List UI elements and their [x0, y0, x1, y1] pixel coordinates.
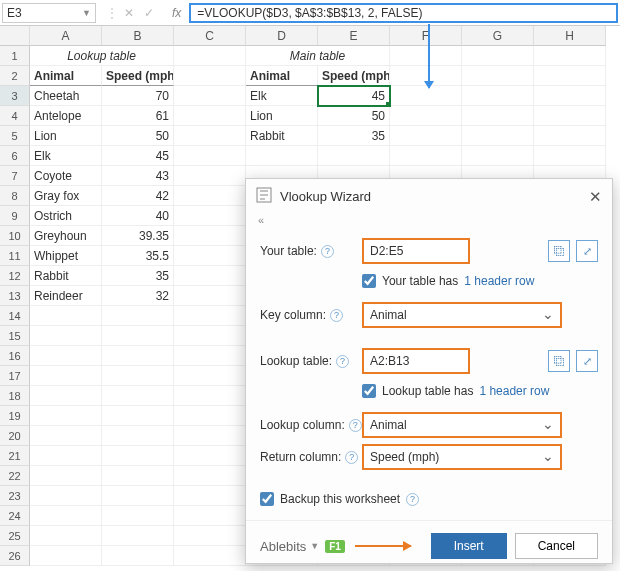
cell[interactable]: 35.5: [102, 246, 174, 266]
insert-button[interactable]: Insert: [431, 533, 507, 559]
select-range-icon[interactable]: ⿻: [548, 240, 570, 262]
cell[interactable]: [30, 506, 102, 526]
cell[interactable]: Greyhoun: [30, 226, 102, 246]
cell[interactable]: Elk: [30, 146, 102, 166]
cell[interactable]: [102, 506, 174, 526]
cell[interactable]: [102, 326, 174, 346]
cell[interactable]: [174, 446, 246, 466]
cell[interactable]: [174, 366, 246, 386]
cell[interactable]: [102, 346, 174, 366]
cell[interactable]: Rabbit: [246, 126, 318, 146]
row-header[interactable]: 19: [0, 406, 30, 426]
checkbox[interactable]: [260, 492, 274, 506]
row-header[interactable]: 20: [0, 426, 30, 446]
cell[interactable]: [174, 466, 246, 486]
cell[interactable]: [462, 146, 534, 166]
cell[interactable]: Speed (mph): [102, 66, 174, 86]
col-header[interactable]: E: [318, 26, 390, 46]
help-icon[interactable]: ?: [330, 309, 343, 322]
cell[interactable]: [390, 126, 462, 146]
cell[interactable]: Lion: [30, 126, 102, 146]
row-header[interactable]: 7: [0, 166, 30, 186]
row-header[interactable]: 16: [0, 346, 30, 366]
cell[interactable]: [102, 526, 174, 546]
brand-label[interactable]: Ablebits ▼: [260, 539, 319, 554]
col-header[interactable]: B: [102, 26, 174, 46]
cell[interactable]: Animal: [246, 66, 318, 86]
cell[interactable]: 42: [102, 186, 174, 206]
cell[interactable]: 32: [102, 286, 174, 306]
cell[interactable]: Gray fox: [30, 186, 102, 206]
cell[interactable]: [30, 486, 102, 506]
cell[interactable]: [462, 66, 534, 86]
select-range-icon[interactable]: ⿻: [548, 350, 570, 372]
row-header[interactable]: 1: [0, 46, 30, 66]
row-header[interactable]: 2: [0, 66, 30, 86]
cell[interactable]: [174, 526, 246, 546]
cell[interactable]: [30, 546, 102, 566]
cell[interactable]: [534, 46, 606, 66]
cell[interactable]: [30, 366, 102, 386]
row-header[interactable]: 23: [0, 486, 30, 506]
cell[interactable]: [174, 386, 246, 406]
cell[interactable]: [174, 426, 246, 446]
row-header[interactable]: 24: [0, 506, 30, 526]
cell[interactable]: Animal: [30, 66, 102, 86]
cell[interactable]: [174, 226, 246, 246]
cell[interactable]: [174, 166, 246, 186]
cell[interactable]: [390, 46, 462, 66]
cell[interactable]: 43: [102, 166, 174, 186]
cell[interactable]: [30, 326, 102, 346]
col-header[interactable]: D: [246, 26, 318, 46]
row-header[interactable]: 18: [0, 386, 30, 406]
cell[interactable]: [174, 346, 246, 366]
cell[interactable]: Coyote: [30, 166, 102, 186]
cell[interactable]: [30, 406, 102, 426]
lookup-table-input[interactable]: A2:B13: [362, 348, 470, 374]
chevron-down-icon[interactable]: ▼: [82, 8, 91, 18]
row-header[interactable]: 22: [0, 466, 30, 486]
col-header[interactable]: C: [174, 26, 246, 46]
cell[interactable]: 61: [102, 106, 174, 126]
cell[interactable]: [174, 106, 246, 126]
help-icon[interactable]: ?: [336, 355, 349, 368]
cell[interactable]: [462, 46, 534, 66]
cell[interactable]: 70: [102, 86, 174, 106]
cell[interactable]: [534, 106, 606, 126]
fx-icon[interactable]: fx: [172, 6, 181, 20]
row-header[interactable]: 3: [0, 86, 30, 106]
cell[interactable]: 50: [318, 106, 390, 126]
cell[interactable]: [174, 46, 246, 66]
name-box[interactable]: E3 ▼: [2, 3, 96, 23]
cell[interactable]: [174, 306, 246, 326]
cell[interactable]: [30, 306, 102, 326]
return-column-select[interactable]: Speed (mph): [362, 444, 562, 470]
cell[interactable]: [30, 446, 102, 466]
header-rows-link[interactable]: 1 header row: [479, 384, 549, 398]
cancel-icon[interactable]: ✕: [124, 6, 134, 20]
row-header[interactable]: 8: [0, 186, 30, 206]
cell[interactable]: Lion: [246, 106, 318, 126]
your-table-header-check[interactable]: Your table has 1 header row: [362, 274, 598, 288]
cell[interactable]: [534, 146, 606, 166]
your-table-input[interactable]: D2:E5: [362, 238, 470, 264]
cell[interactable]: [174, 266, 246, 286]
cell[interactable]: [30, 386, 102, 406]
row-header[interactable]: 13: [0, 286, 30, 306]
cell[interactable]: [30, 466, 102, 486]
help-icon[interactable]: ?: [345, 451, 358, 464]
col-header[interactable]: H: [534, 26, 606, 46]
row-header[interactable]: 26: [0, 546, 30, 566]
cell[interactable]: Whippet: [30, 246, 102, 266]
cell[interactable]: [174, 186, 246, 206]
cell[interactable]: Main table: [246, 46, 390, 66]
col-header[interactable]: A: [30, 26, 102, 46]
cell[interactable]: [102, 426, 174, 446]
cancel-button[interactable]: Cancel: [515, 533, 598, 559]
row-header[interactable]: 15: [0, 326, 30, 346]
row-header[interactable]: 17: [0, 366, 30, 386]
cell[interactable]: [462, 126, 534, 146]
cell[interactable]: Antelope: [30, 106, 102, 126]
cell[interactable]: [174, 486, 246, 506]
cell[interactable]: Cheetah: [30, 86, 102, 106]
